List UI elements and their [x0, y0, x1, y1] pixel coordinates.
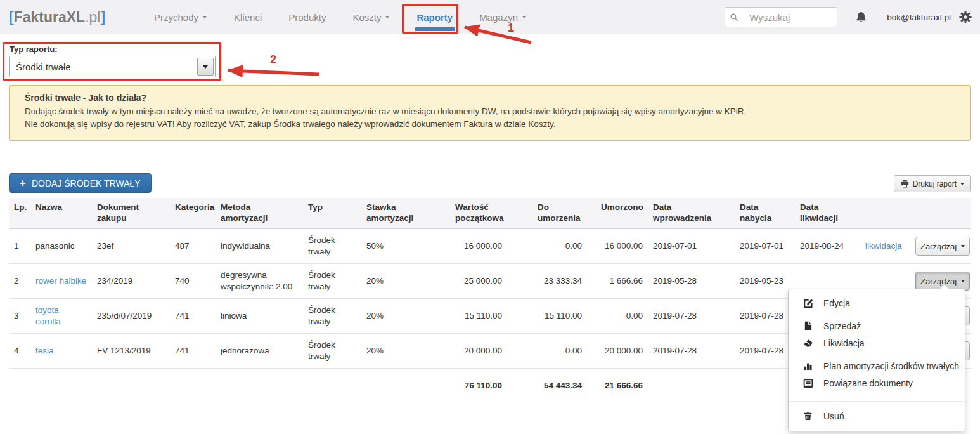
col-wartosc-poczatkowa: Wartośćpoczątkowa: [450, 198, 507, 229]
cell-stawka: 20%: [361, 299, 450, 334]
annotation-step-2: 2: [270, 53, 276, 67]
cell-umorzono: 0.00: [587, 299, 648, 334]
nav-item-raporty-active[interactable]: Raporty: [403, 0, 466, 34]
cell-metoda: degresywnawspółczynnik: 2.00: [216, 264, 303, 299]
table-row: 1 panasonic 23ef 487 indywidualna Środek…: [9, 229, 971, 264]
active-tab-underline: [415, 27, 455, 31]
select-dropdown-button[interactable]: [197, 58, 214, 76]
nav-label: Magazyn: [479, 12, 518, 23]
menu-item-label: Powiązane dokumenty: [823, 378, 913, 388]
nav-label: Produkty: [288, 12, 326, 23]
cell-kategoria: 741: [170, 334, 216, 369]
search-input[interactable]: [744, 12, 837, 23]
nav-item-klienci[interactable]: Klienci: [221, 0, 275, 34]
info-box-line-1: Dodając środek trwały w tym miejscu nale…: [25, 105, 955, 118]
cell-nazwa: tesla: [30, 334, 92, 369]
cell-stawka: 50%: [361, 229, 450, 264]
print-report-label: Drukuj raport: [913, 180, 957, 188]
cell-do-umorzenia: 15 110.00: [507, 299, 587, 334]
cell-do-umorzenia: 0.00: [507, 229, 587, 264]
cell-nazwa: toyotacorolla: [30, 299, 92, 334]
fakturaxl-fixed-assets-report-page: [FakturaXL.pl] Przychody Klienci Produkt…: [0, 0, 980, 434]
nav-item-przychody[interactable]: Przychody: [141, 0, 221, 34]
cell-umorzono: 1 666.66: [587, 264, 648, 299]
manage-button[interactable]: Zarządzaj: [915, 237, 970, 256]
add-fixed-asset-button[interactable]: + DODAJ ŚRODEK TRWAŁY: [9, 173, 152, 193]
cell-umorzono: 20 000.00: [587, 334, 648, 369]
cell-typ: Środek trwały: [303, 264, 361, 299]
col-zarzadzaj: [910, 198, 971, 229]
cell-stawka: 20%: [361, 334, 450, 369]
cell-kategoria: 487: [170, 229, 216, 264]
likwidacja-link[interactable]: likwidacja: [865, 241, 902, 251]
plus-icon: +: [20, 178, 26, 188]
cell-data-nabycia: 2019-07-28: [735, 334, 795, 369]
user-email[interactable]: bok@fakturaxl.pl: [887, 13, 951, 22]
nav-label: Koszty: [352, 12, 381, 23]
main-nav: Przychody Klienci Produkty Koszty Raport…: [141, 0, 540, 34]
cell-umorzono: 16 000.00: [587, 229, 648, 264]
cell-typ: Środek trwały: [303, 299, 361, 334]
menu-item-label: Plan amortyzacji środków trwałych: [823, 361, 959, 371]
col-likwidacja-link: [857, 198, 910, 229]
cell-data-wprowadzenia: 2019-05-28: [648, 264, 735, 299]
info-box: Środki trwałe - Jak to działa? Dodając ś…: [9, 85, 971, 141]
top-bar: [FakturaXL.pl] Przychody Klienci Produkt…: [0, 0, 980, 34]
menu-item-sprzedaz[interactable]: Sprzedaż: [789, 317, 965, 334]
info-box-line-2: Nie dokonują się wpisy do rejestru VAT! …: [25, 118, 955, 131]
print-report-button[interactable]: Drukuj raport: [894, 175, 971, 192]
nav-item-produkty[interactable]: Produkty: [275, 0, 339, 34]
col-dokument-zakupu: Dokumentzakupu: [92, 198, 170, 229]
menu-item-plan-amortyzacji[interactable]: Plan amortyzacji środków trwałych: [789, 357, 965, 374]
chevron-down-icon: [961, 245, 965, 247]
asset-name-link[interactable]: rower haibike: [35, 275, 87, 287]
cell-metoda: indywidualna: [216, 229, 303, 264]
cell-dokument: 23ef: [92, 229, 170, 264]
col-umorzono: Umorzono: [587, 198, 648, 229]
col-data-wprowadzenia: Datawprowadzenia: [648, 198, 735, 229]
asset-name-link[interactable]: corolla: [35, 316, 87, 327]
menu-item-label: Likwidacja: [823, 338, 865, 348]
menu-item-label: Edycja: [823, 298, 850, 308]
cell-dokument: 234/2019: [92, 264, 170, 299]
nav-label: Klienci: [234, 12, 262, 23]
menu-item-label: Usuń: [823, 411, 844, 421]
brand-logo[interactable]: [FakturaXL.pl]: [9, 0, 105, 34]
menu-divider: [789, 401, 965, 402]
search-box: [725, 7, 837, 27]
cell-zarzadzaj: Zarządzaj: [910, 229, 971, 264]
col-lp: Lp.: [9, 198, 30, 229]
nav-item-magazyn[interactable]: Magazyn: [466, 0, 540, 34]
chevron-down-icon: [522, 16, 527, 18]
cell-likwidacja: likwidacja: [857, 229, 910, 264]
cell-lp: 4: [9, 334, 30, 369]
total-do-umorzenia: 54 443.34: [507, 369, 587, 403]
cell-typ: Środek trwały: [303, 334, 361, 369]
cell-kategoria: 740: [170, 264, 216, 299]
report-type-selected-value: Środki trwałe: [10, 62, 197, 72]
cell-data-wprowadzenia: 2019-07-01: [648, 229, 735, 264]
cell-lp: 2: [9, 264, 30, 299]
cell-nazwa: panasonic: [30, 229, 92, 264]
asset-name-link[interactable]: toyota: [35, 305, 87, 316]
magnifier-icon: [725, 8, 744, 27]
menu-item-likwidacja[interactable]: Likwidacja: [789, 334, 965, 352]
menu-item-edycja[interactable]: Edycja: [789, 294, 965, 312]
chevron-down-icon: [203, 65, 208, 69]
chevron-down-icon: [385, 16, 390, 18]
cell-data-nabycia: 2019-07-01: [735, 229, 795, 264]
nav-item-koszty[interactable]: Koszty: [339, 0, 403, 34]
cell-nazwa: rower haibike: [30, 264, 92, 299]
printer-icon: [901, 180, 909, 188]
bell-icon[interactable]: [854, 11, 868, 24]
annotation-arrow-2: [228, 70, 319, 74]
report-type-select[interactable]: Środki trwałe: [9, 56, 216, 77]
cell-data-wprowadzenia: 2019-07-28: [648, 334, 735, 369]
nav-label: Przychody: [154, 12, 198, 23]
total-wartosc: 76 110.00: [450, 369, 507, 403]
asset-name-link[interactable]: tesla: [35, 345, 87, 357]
menu-item-powiazane-dokumenty[interactable]: Powiązane dokumenty: [789, 374, 965, 391]
gear-icon[interactable]: [958, 10, 972, 24]
menu-item-usun[interactable]: Usuń: [789, 407, 965, 424]
chevron-down-icon: [961, 280, 965, 282]
